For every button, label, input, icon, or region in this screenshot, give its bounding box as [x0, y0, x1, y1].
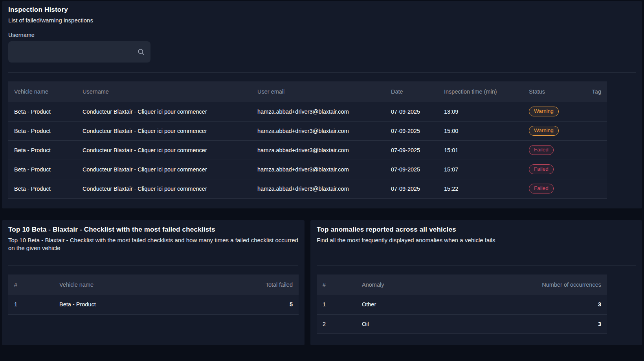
cell-count: 3 — [517, 314, 607, 333]
username-search-input[interactable] — [8, 41, 150, 63]
panel-subtitle: Top 10 Beta - Blaxtair - Checklist with … — [8, 236, 298, 252]
username-search-box — [8, 41, 150, 63]
cell-total: 5 — [240, 295, 299, 314]
table-header-row: #Vehicle nameTotal failed — [8, 274, 299, 295]
cell-username: Conducteur Blaxtair - Cliquer ici pour c… — [77, 121, 251, 140]
panel-title: Top anomalies reported across all vehicl… — [317, 226, 636, 234]
failed-badge: Failed — [529, 164, 554, 174]
cell-username: Conducteur Blaxtair - Cliquer ici pour c… — [77, 160, 251, 179]
column-header-vehicle[interactable]: Vehicle name — [8, 81, 77, 102]
cell-time: 15:01 — [438, 140, 523, 160]
column-header-time[interactable]: Inspection time (min) — [438, 81, 523, 102]
table-row: Beta - ProductConducteur Blaxtair - Cliq… — [8, 160, 607, 179]
column-header-rank[interactable]: # — [317, 274, 356, 295]
table-row: Beta - ProductConducteur Blaxtair - Cliq… — [8, 179, 607, 198]
panel-title: Inspection History — [8, 6, 636, 14]
cell-anomaly: Oil — [356, 314, 517, 333]
top-failed-table: #Vehicle nameTotal failed1Beta - Product… — [8, 274, 299, 315]
cell-date: 07-09-2025 — [385, 179, 438, 198]
divider — [317, 265, 636, 266]
cell-anomaly: Other — [356, 295, 517, 314]
panel-subtitle: List of failed/warning inspections — [8, 17, 636, 24]
column-header-rank[interactable]: # — [8, 274, 53, 295]
table-row: Beta - ProductConducteur Blaxtair - Cliq… — [8, 121, 607, 140]
cell-vehicle: Beta - Product — [8, 102, 77, 121]
cell-time: 15:00 — [438, 121, 523, 140]
cell-time: 15:07 — [438, 160, 523, 179]
top-anomalies-table: #AnomalyNumber of occurrences1Other32Oil… — [317, 274, 607, 334]
column-header-username[interactable]: Username — [77, 81, 251, 102]
cell-date: 07-09-2025 — [385, 102, 438, 121]
cell-vehicle: Beta - Product — [8, 121, 77, 140]
failed-badge: Failed — [529, 145, 554, 155]
column-header-date[interactable]: Date — [385, 81, 438, 102]
cell-rank: 2 — [317, 314, 356, 333]
cell-tag — [578, 160, 607, 179]
cell-email: hamza.abbad+driver3@blaxtair.com — [251, 121, 385, 140]
dashboard: Inspection History List of failed/warnin… — [0, 0, 644, 361]
top-failed-panel: Top 10 Beta - Blaxtair - Checklist with … — [2, 220, 305, 345]
cell-tag — [578, 102, 607, 121]
cell-date: 07-09-2025 — [385, 140, 438, 160]
cell-status: Warning — [523, 121, 578, 140]
column-header-status[interactable]: Status — [523, 81, 578, 102]
table-row: 1Other3 — [317, 295, 607, 314]
table-header-row: #AnomalyNumber of occurrences — [317, 274, 607, 295]
cell-username: Conducteur Blaxtair - Cliquer ici pour c… — [77, 140, 251, 160]
cell-tag — [578, 121, 607, 140]
bottom-row: Top 10 Beta - Blaxtair - Checklist with … — [2, 220, 642, 345]
cell-count: 3 — [517, 295, 607, 314]
cell-rank: 1 — [8, 295, 53, 314]
cell-status: Failed — [523, 160, 578, 179]
table-row: Beta - ProductConducteur Blaxtair - Cliq… — [8, 102, 607, 121]
cell-vehicle: Beta - Product — [8, 179, 77, 198]
table-row: 1Beta - Product5 — [8, 295, 299, 314]
cell-time: 15:22 — [438, 179, 523, 198]
cell-email: hamza.abbad+driver3@blaxtair.com — [251, 160, 385, 179]
cell-username: Conducteur Blaxtair - Cliquer ici pour c… — [77, 179, 251, 198]
warning-badge: Warning — [529, 107, 559, 116]
column-header-anomaly[interactable]: Anomaly — [356, 274, 517, 295]
cell-email: hamza.abbad+driver3@blaxtair.com — [251, 140, 385, 160]
failed-badge: Failed — [529, 184, 554, 193]
cell-vehicle: Beta - Product — [8, 160, 77, 179]
search-icon — [137, 48, 145, 56]
divider — [8, 265, 298, 266]
divider — [8, 72, 636, 73]
cell-tag — [578, 179, 607, 198]
column-header-vehicle[interactable]: Vehicle name — [53, 274, 240, 295]
cell-date: 07-09-2025 — [385, 160, 438, 179]
cell-email: hamza.abbad+driver3@blaxtair.com — [251, 179, 385, 198]
table-row: 2Oil3 — [317, 314, 607, 333]
panel-title: Top 10 Beta - Blaxtair - Checklist with … — [8, 226, 298, 234]
column-header-email[interactable]: User email — [251, 81, 385, 102]
cell-status: Warning — [523, 102, 578, 121]
cell-time: 13:09 — [438, 102, 523, 121]
column-header-total[interactable]: Total failed — [240, 274, 299, 295]
cell-username: Conducteur Blaxtair - Cliquer ici pour c… — [77, 102, 251, 121]
inspection-table: Vehicle nameUsernameUser emailDateInspec… — [8, 81, 607, 199]
username-label: Username — [8, 32, 636, 38]
cell-vehicle: Beta - Product — [53, 295, 240, 314]
cell-rank: 1 — [317, 295, 356, 314]
cell-date: 07-09-2025 — [385, 121, 438, 140]
table-header-row: Vehicle nameUsernameUser emailDateInspec… — [8, 81, 607, 102]
cell-email: hamza.abbad+driver3@blaxtair.com — [251, 102, 385, 121]
table-row: Beta - ProductConducteur Blaxtair - Cliq… — [8, 140, 607, 160]
column-header-count[interactable]: Number of occurrences — [517, 274, 607, 295]
cell-status: Failed — [523, 140, 578, 160]
top-anomalies-panel: Top anomalies reported across all vehicl… — [310, 220, 642, 345]
column-header-tag[interactable]: Tag — [578, 81, 607, 102]
cell-status: Failed — [523, 179, 578, 198]
inspection-history-panel: Inspection History List of failed/warnin… — [2, 1, 642, 208]
cell-vehicle: Beta - Product — [8, 140, 77, 160]
cell-tag — [578, 140, 607, 160]
panel-subtitle: Find all the most frequently displayed a… — [317, 236, 636, 244]
warning-badge: Warning — [529, 126, 559, 136]
